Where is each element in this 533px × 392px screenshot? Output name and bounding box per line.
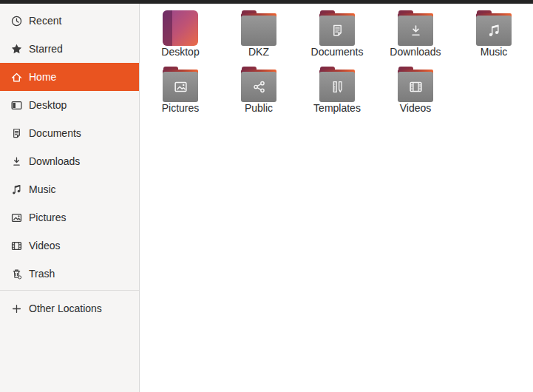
grid-item-videos[interactable]: Videos xyxy=(376,66,455,122)
sidebar-item-documents[interactable]: Documents xyxy=(0,119,139,147)
file-label: Documents xyxy=(311,47,364,58)
sidebar-item-label: Home xyxy=(29,71,56,83)
folder-icon xyxy=(319,10,355,46)
share-icon xyxy=(251,79,267,95)
sidebar-item-desktop[interactable]: Desktop xyxy=(0,91,139,119)
file-label: Templates xyxy=(313,103,361,114)
plus-icon xyxy=(10,303,23,315)
desktop-gradient-icon xyxy=(163,10,198,46)
grid-item-downloads[interactable]: Downloads xyxy=(376,10,455,66)
folder-icon xyxy=(241,10,276,46)
music-note-icon xyxy=(10,183,23,196)
file-label: Pictures xyxy=(162,103,200,114)
sidebar-item-music[interactable]: Music xyxy=(0,175,139,203)
sidebar-item-home[interactable]: Home xyxy=(0,63,139,91)
file-grid: Desktop DKZ Documents Downloads xyxy=(140,4,533,392)
desktop-dock-strip xyxy=(163,10,172,46)
sidebar-item-label: Desktop xyxy=(29,99,67,111)
grid-item-templates[interactable]: Templates xyxy=(298,66,376,122)
folder-icon xyxy=(398,67,433,102)
music-note-icon xyxy=(486,23,502,38)
sidebar-item-label: Downloads xyxy=(29,155,80,167)
file-label: Desktop xyxy=(161,47,199,58)
sidebar-item-trash[interactable]: Trash xyxy=(0,260,139,288)
sidebar-item-label: Recent xyxy=(29,15,61,27)
folder-icon xyxy=(476,10,512,46)
sidebar-item-recent[interactable]: Recent xyxy=(0,7,139,35)
desktop-panel-icon xyxy=(10,99,23,112)
download-icon xyxy=(408,23,424,38)
file-label: Public xyxy=(245,103,273,114)
sidebar-item-label: Starred xyxy=(29,43,63,55)
grid-item-documents[interactable]: Documents xyxy=(298,10,376,66)
file-label: Videos xyxy=(400,103,432,114)
photo-icon xyxy=(173,79,189,95)
trash-icon xyxy=(10,268,23,280)
grid-item-public[interactable]: Public xyxy=(220,66,298,122)
folder-icon xyxy=(319,67,355,102)
sidebar-item-label: Music xyxy=(29,183,56,195)
file-label: DKZ xyxy=(248,47,269,58)
folder-icon xyxy=(163,67,198,102)
folder-icon xyxy=(398,10,433,46)
sidebar-item-downloads[interactable]: Downloads xyxy=(0,147,139,175)
file-label: Music xyxy=(481,47,508,58)
file-label: Downloads xyxy=(390,47,441,58)
grid-item-desktop[interactable]: Desktop xyxy=(141,10,220,66)
photo-icon xyxy=(10,212,23,224)
sidebar: Recent Starred Home Desktop Documents Do… xyxy=(0,4,140,392)
files-window: Recent Starred Home Desktop Documents Do… xyxy=(0,4,533,392)
sidebar-item-label: Videos xyxy=(29,240,61,251)
home-icon xyxy=(10,71,23,84)
sidebar-item-label: Pictures xyxy=(29,212,67,223)
grid-item-dkz[interactable]: DKZ xyxy=(220,10,298,66)
document-icon xyxy=(10,127,23,140)
sidebar-item-other-locations[interactable]: Other Locations xyxy=(0,294,139,322)
folder-icon xyxy=(241,67,276,102)
grid-item-music[interactable]: Music xyxy=(455,10,533,66)
sidebar-item-label: Documents xyxy=(29,127,81,139)
sidebar-separator xyxy=(0,290,139,291)
sidebar-item-starred[interactable]: Starred xyxy=(0,35,139,63)
star-icon xyxy=(10,43,23,55)
sidebar-item-pictures[interactable]: Pictures xyxy=(0,203,139,232)
template-icon xyxy=(330,79,345,95)
film-icon xyxy=(408,79,424,95)
grid-item-pictures[interactable]: Pictures xyxy=(141,66,220,122)
sidebar-item-videos[interactable]: Videos xyxy=(0,232,139,260)
document-icon xyxy=(330,23,345,38)
film-icon xyxy=(10,240,23,252)
sidebar-item-label: Other Locations xyxy=(29,303,102,314)
sidebar-item-label: Trash xyxy=(29,268,55,280)
clock-icon xyxy=(10,15,23,27)
download-icon xyxy=(10,155,23,168)
